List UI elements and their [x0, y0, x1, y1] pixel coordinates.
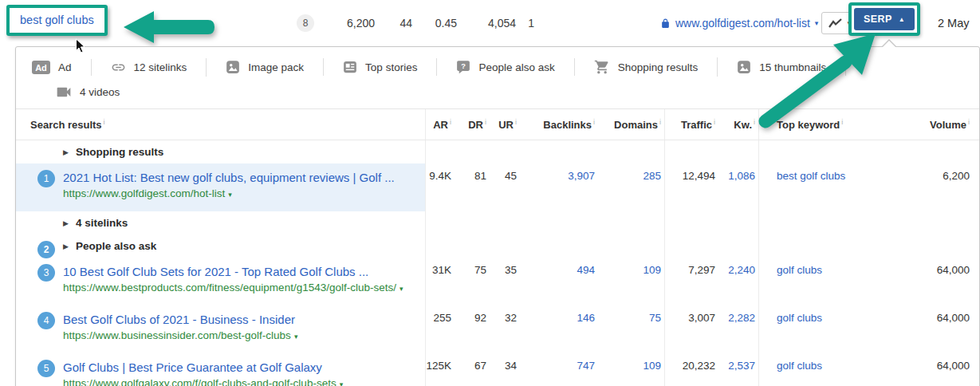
result-row: 4Best Golf Clubs of 2021 - Business - In… [16, 305, 979, 353]
empty-cell [520, 140, 598, 163]
top-keyword-link[interactable]: best golf clubs [777, 170, 845, 182]
result-url-link[interactable]: https://www.businessinsider.com/best-gol… [63, 329, 291, 341]
top-keyword-link[interactable]: golf clubs [777, 360, 822, 372]
group-toggle-4-sitelinks[interactable]: ▶4 sitelinks [16, 211, 426, 234]
expand-caret-icon: ▶ [63, 148, 69, 156]
column-header-traffic: Traffici [665, 109, 718, 140]
column-header-label: Search results [30, 119, 102, 131]
kw-link[interactable]: 1,086 [728, 170, 755, 182]
result-title-link[interactable]: Best Golf Clubs of 2021 - Business - Ins… [63, 312, 407, 327]
result-url: https://www.businessinsider.com/best-gol… [63, 329, 407, 344]
result-url: https://www.golfgalaxy.com/f/golf-clubs-… [63, 376, 407, 386]
backlinks-value: 3,907 [520, 163, 598, 211]
column-header-label: UR [498, 119, 514, 131]
url-dropdown-caret[interactable]: ▾ [340, 380, 344, 386]
serp-date: 2 May [938, 0, 970, 46]
search-result-cell: 4Best Golf Clubs of 2021 - Business - In… [16, 305, 426, 353]
group-toggle-shopping-results[interactable]: ▶Shopping results [16, 140, 426, 163]
url-dropdown-caret[interactable]: ▾ [228, 191, 232, 199]
empty-cell [665, 211, 718, 234]
empty-cell [455, 140, 490, 163]
serp-button[interactable]: SERP▲ [854, 8, 915, 30]
url-dropdown-caret[interactable]: ▾ [399, 285, 403, 293]
result-title-link[interactable]: Golf Clubs | Best Price Guarantee at Gol… [63, 360, 407, 375]
empty-cell [718, 211, 759, 234]
column-header-volume: Volumei [879, 109, 979, 140]
expand-caret-icon: ▶ [63, 219, 69, 227]
kw-value: 2,282 [718, 305, 759, 353]
empty-cell [879, 211, 979, 234]
feature-label: 15 thumbnails [759, 61, 826, 73]
info-icon: i [714, 118, 715, 126]
kw-link[interactable]: 2,537 [728, 360, 755, 372]
group-toggle-people-also-ask[interactable]: 2▶People also ask [16, 234, 426, 258]
url-dropdown-caret[interactable]: ▾ [815, 19, 819, 27]
result-row: 12021 Hot List: Best new golf clubs, equ… [16, 163, 979, 211]
backlinks-link[interactable]: 3,907 [568, 170, 595, 182]
serp-feature-shopping-results: Shopping results [575, 57, 718, 77]
info-icon: i [593, 118, 595, 126]
feature-label: 4 videos [80, 86, 120, 98]
domains-link[interactable]: 109 [643, 360, 661, 372]
column-header-label: Traffic [681, 119, 712, 131]
metric-clicks: 4,054 [457, 17, 516, 30]
info-icon: i [485, 118, 486, 126]
kw-link[interactable]: 2,240 [728, 264, 755, 276]
svg-text:Ad: Ad [35, 62, 47, 72]
ar-value: 9.4K [426, 163, 455, 211]
result-url: https://www.golfdigest.com/hot-list▾ [63, 187, 407, 202]
keyword-metrics: 8 6,200 44 0.45 4,054 1 [297, 0, 534, 46]
serp-features-row1: AdAd12 sitelinksImage packTop stories?Pe… [30, 57, 979, 77]
people-also-ask-icon: ? [456, 60, 470, 74]
result-url-link[interactable]: https://www.bestproducts.com/fitness/equ… [63, 282, 396, 293]
backlinks-link[interactable]: 747 [577, 360, 595, 372]
result-url-link[interactable]: https://www.golfgalaxy.com/f/golf-clubs-… [63, 377, 337, 386]
group-label: People also ask [76, 240, 156, 252]
column-header-label: Kw. [734, 119, 752, 131]
feature-label: 12 sitelinks [134, 61, 187, 73]
serp-features-row2: 4 videos [30, 85, 979, 100]
search-result-cell: 310 Best Golf Club Sets for 2021 - Top R… [16, 258, 426, 305]
result-title-link[interactable]: 10 Best Golf Club Sets for 2021 - Top Ra… [63, 264, 407, 279]
column-header-ur: URi [490, 109, 520, 140]
dr-value: 75 [455, 258, 490, 305]
empty-cell [718, 234, 759, 258]
backlinks-link[interactable]: 494 [577, 264, 595, 276]
kw-link[interactable]: 2,282 [728, 312, 755, 324]
dr-value: 92 [455, 305, 490, 353]
empty-cell [490, 140, 520, 163]
domains-link[interactable]: 75 [649, 312, 661, 324]
backlinks-link[interactable]: 146 [577, 312, 595, 324]
ar-value: 255 [426, 305, 455, 353]
url-dropdown-caret[interactable]: ▾ [294, 333, 298, 341]
volume-value: 64,000 [879, 305, 979, 353]
target-url-group: www.golfdigest.com/hot-list ▾ [660, 0, 818, 46]
result-title-link[interactable]: 2021 Hot List: Best new golf clubs, equi… [63, 170, 407, 185]
top-keyword-cell: golf clubs [759, 353, 879, 386]
keyword-link[interactable]: best golf clubs [20, 14, 94, 26]
feature-label: Ad [58, 61, 72, 73]
column-header-label: DR [468, 119, 483, 131]
empty-cell [426, 140, 455, 163]
column-header-domains: Domainsi [598, 109, 665, 140]
result-row: 5Golf Clubs | Best Price Guarantee at Go… [16, 353, 979, 386]
empty-cell [520, 211, 598, 234]
line-chart-icon [828, 18, 842, 29]
serp-feature-ad: AdAd [30, 59, 92, 76]
search-result-cell: 12021 Hot List: Best new golf clubs, equ… [16, 163, 426, 211]
domains-link[interactable]: 109 [643, 264, 661, 276]
top-keyword-link[interactable]: golf clubs [777, 312, 822, 324]
traffic-value: 20,232 [665, 353, 718, 386]
info-icon: i [659, 118, 661, 126]
ar-value: 31K [426, 258, 455, 305]
position-rank-badge: 5 [37, 360, 55, 377]
backlinks-value: 146 [520, 305, 598, 353]
top-keyword-link[interactable]: golf clubs [777, 264, 822, 276]
info-icon: i [515, 118, 517, 126]
group-row-people-also-ask: 2▶People also ask [16, 234, 979, 258]
feature-label: Shopping results [618, 61, 699, 73]
result-url-link[interactable]: https://www.golfdigest.com/hot-list [63, 187, 225, 199]
domains-link[interactable]: 285 [643, 170, 661, 182]
ur-value: 34 [490, 353, 520, 386]
target-url-link[interactable]: www.golfdigest.com/hot-list [675, 17, 810, 30]
